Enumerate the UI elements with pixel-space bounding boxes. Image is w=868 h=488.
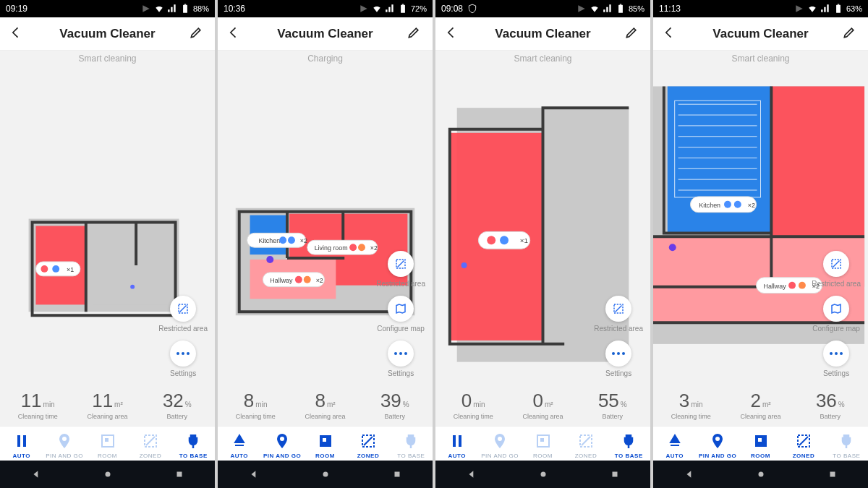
action-tobase[interactable]: TO BASE: [390, 432, 433, 459]
status-time: 11:13: [659, 4, 681, 14]
stat-battery: 32%Battery: [142, 391, 212, 420]
signal-icon: [820, 4, 830, 14]
svg-rect-47: [394, 472, 399, 477]
action-pin[interactable]: PIN AND GO: [696, 432, 739, 459]
nav-back-icon[interactable]: [467, 469, 477, 479]
edit-button[interactable]: [407, 25, 424, 43]
pin-icon: [273, 432, 291, 450]
restricted-label: Restricted area: [376, 280, 425, 288]
stat-time: 8minCleaning time: [221, 391, 290, 420]
action-zoned[interactable]: ZONED: [129, 432, 171, 459]
svg-text:×2: ×2: [748, 202, 755, 209]
phone-screen-4: 11:13 63% Vacuum Cleaner Smart cleaning: [653, 0, 868, 488]
svg-rect-59: [459, 435, 461, 447]
more-icon: [612, 352, 625, 355]
back-button[interactable]: [9, 25, 26, 43]
page-title: Vacuum Cleaner: [244, 27, 407, 41]
floor-map[interactable]: ×1 Restricted area Settings: [0, 65, 215, 387]
battery-icon: [833, 4, 843, 14]
room-mult: ×1: [520, 236, 529, 244]
status-bar: 10:36 72%: [218, 0, 433, 17]
action-room[interactable]: ROOM: [86, 432, 129, 459]
svg-rect-68: [838, 4, 839, 5]
svg-point-18: [105, 472, 110, 477]
nav-back-icon[interactable]: [31, 469, 41, 479]
nav-home-icon[interactable]: [756, 469, 766, 479]
battery-icon: [616, 4, 626, 14]
nav-recent-icon[interactable]: [392, 469, 402, 479]
configure-map-button[interactable]: [388, 296, 414, 322]
svg-rect-62: [540, 438, 544, 442]
svg-rect-0: [183, 5, 187, 13]
action-tobase[interactable]: TO BASE: [608, 432, 650, 459]
back-button[interactable]: [662, 25, 679, 43]
settings-button[interactable]: [605, 341, 631, 367]
svg-point-41: [280, 437, 284, 441]
floor-map[interactable]: Kitchen ×2 Hallway ×2 Restricted area: [653, 65, 868, 387]
svg-point-36: [304, 276, 311, 283]
edit-button[interactable]: [189, 25, 206, 43]
action-room[interactable]: ROOM: [304, 432, 346, 459]
nav-recent-icon[interactable]: [174, 469, 184, 479]
svg-point-55: [461, 262, 467, 268]
settings-label: Settings: [170, 369, 196, 378]
svg-rect-58: [453, 435, 456, 447]
restricted-area-button[interactable]: [823, 251, 849, 277]
floor-map[interactable]: Kitchen ×2 Living room ×2 Hallway: [218, 65, 433, 387]
floor-map[interactable]: ×1 Restricted area Settings: [435, 65, 650, 387]
svg-point-13: [62, 437, 67, 441]
action-zoned[interactable]: ZONED: [346, 432, 389, 459]
signal-icon: [385, 4, 395, 14]
restricted-area-button[interactable]: [605, 296, 631, 322]
nav-home-icon[interactable]: [538, 469, 548, 479]
action-auto[interactable]: AUTO: [0, 432, 43, 459]
status-time: 10:36: [224, 4, 245, 14]
edit-button[interactable]: [624, 25, 642, 43]
svg-point-38: [266, 256, 273, 263]
nav-recent-icon[interactable]: [827, 469, 838, 479]
action-room[interactable]: ROOM: [522, 432, 564, 459]
nav-back-icon[interactable]: [684, 469, 694, 479]
status-time: 09:19: [6, 4, 27, 14]
nav-back-icon[interactable]: [249, 469, 259, 479]
action-room[interactable]: ROOM: [739, 432, 782, 459]
nav-home-icon[interactable]: [320, 469, 331, 479]
action-tobase[interactable]: TO BASE: [172, 432, 215, 459]
nav-recent-icon[interactable]: [610, 469, 620, 479]
nfc-icon: [794, 4, 804, 14]
battery-percent: 88%: [193, 4, 209, 13]
nav-home-icon[interactable]: [103, 469, 113, 479]
action-pin[interactable]: PIN AND GO: [43, 432, 85, 459]
action-auto[interactable]: AUTO: [435, 432, 478, 459]
action-zoned[interactable]: ZONED: [782, 432, 825, 459]
action-pin[interactable]: PIN AND GO: [478, 432, 521, 459]
svg-point-82: [669, 244, 676, 251]
restricted-area-button[interactable]: [170, 296, 196, 322]
nfc-icon: [576, 4, 587, 14]
settings-button[interactable]: [388, 341, 414, 367]
configure-map-button[interactable]: [823, 296, 849, 322]
action-tobase[interactable]: TO BASE: [825, 432, 868, 459]
room-icon: [752, 432, 770, 450]
svg-text:×2: ×2: [300, 237, 307, 244]
back-button[interactable]: [226, 25, 244, 43]
android-nav: [435, 461, 650, 488]
svg-point-31: [349, 244, 357, 251]
stat-area: 2m²Cleaning area: [726, 391, 795, 420]
action-auto[interactable]: AUTO: [218, 432, 260, 459]
action-zoned[interactable]: ZONED: [564, 432, 607, 459]
plug-icon: [838, 432, 855, 450]
settings-button[interactable]: [170, 341, 196, 367]
action-auto[interactable]: AUTO: [653, 432, 696, 459]
back-button[interactable]: [444, 25, 461, 43]
pin-icon: [56, 432, 73, 450]
settings-button[interactable]: [823, 341, 849, 367]
restricted-area-button[interactable]: [388, 251, 414, 277]
action-pin[interactable]: PIN AND GO: [260, 432, 303, 459]
status-bar: 09:08 85%: [435, 0, 650, 17]
stat-area: 8m²Cleaning area: [290, 391, 359, 420]
svg-line-84: [833, 261, 840, 267]
header: Vacuum Cleaner: [435, 17, 650, 51]
nfc-icon: [141, 4, 151, 14]
edit-button[interactable]: [842, 25, 859, 43]
